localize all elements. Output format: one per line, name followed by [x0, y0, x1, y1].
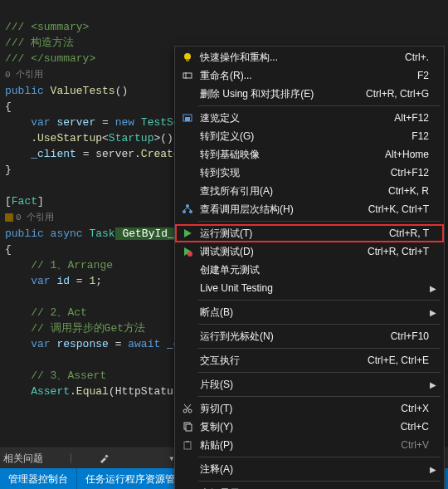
menu-item-shortcut: Ctrl+R, Ctrl+G	[366, 88, 429, 100]
menu-item-shortcut: Ctrl+K, Ctrl+T	[368, 203, 429, 215]
menu-item-label: 转到实现	[197, 166, 381, 180]
menu-item-label: 查看调用层次结构(H)	[197, 203, 358, 217]
menu-item[interactable]: Live Unit Testing▶	[175, 279, 444, 297]
menu-separator	[198, 324, 441, 325]
blank-line	[5, 354, 12, 366]
menu-item-label: Live Unit Testing	[197, 282, 429, 294]
menu-item-shortcut: Ctrl+.	[405, 51, 429, 63]
menu-item-label: 复制(Y)	[197, 420, 391, 434]
menu-item[interactable]: 查找所有引用(A)Ctrl+K, R	[175, 182, 444, 200]
code-line: var server = new TestServ	[5, 116, 192, 129]
paste-icon	[178, 439, 197, 451]
code-line: var response = await _cl	[5, 338, 186, 350]
menu-item[interactable]: 运行测试(T)Ctrl+R, T	[175, 224, 444, 242]
brush-icon[interactable]	[99, 452, 110, 464]
code-line: // 3、Assert	[5, 369, 106, 382]
menu-item[interactable]: 调试测试(D)Ctrl+R, Ctrl+T	[175, 242, 444, 261]
menu-item-label: 大纲显示(L)	[197, 487, 429, 490]
tab-console[interactable]: 管理器控制台	[0, 468, 77, 489]
hierarchy-icon	[178, 203, 197, 215]
menu-item-shortcut: Ctrl+K, R	[388, 185, 429, 197]
reference-count[interactable]: 0 个引用	[5, 70, 43, 80]
menu-item[interactable]: 重命名(R)...F2	[175, 66, 444, 85]
menu-item[interactable]: 复制(Y)Ctrl+C	[175, 418, 444, 436]
menu-separator	[198, 481, 441, 482]
menu-item[interactable]: 粘贴(P)Ctrl+V	[175, 436, 444, 454]
menu-item[interactable]: 创建单元测试	[175, 261, 444, 279]
code-line: {	[5, 100, 12, 113]
menu-item-shortcut: Ctrl+F12	[391, 167, 429, 178]
menu-item[interactable]: 转到实现Ctrl+F12	[175, 164, 444, 182]
menu-item-shortcut: Ctrl+V	[401, 439, 429, 451]
menu-item-shortcut: Ctrl+C	[401, 421, 429, 433]
debug-icon	[178, 246, 197, 257]
menu-item-label: 运行测试(T)	[197, 227, 379, 241]
peek-icon	[178, 112, 197, 124]
menu-item[interactable]: 剪切(T)Ctrl+X	[175, 399, 444, 418]
menu-item-label: 断点(B)	[197, 306, 429, 320]
code-line: public ValueTests()	[5, 85, 128, 97]
menu-item[interactable]: 快速操作和重构...Ctrl+.	[175, 48, 444, 66]
menu-item[interactable]: 运行到光标处(N)Ctrl+F10	[175, 327, 444, 345]
menu-separator	[198, 396, 441, 397]
code-line: .UseStartup<Startup>());	[5, 132, 186, 144]
menu-item-label: 注释(A)	[197, 462, 429, 477]
menu-item-label: 转到基础映像	[197, 148, 375, 162]
svg-rect-6	[185, 117, 190, 121]
codelens-flag-icon	[5, 213, 13, 222]
menu-item[interactable]: 转到定义(G)F12	[175, 127, 444, 145]
menu-separator	[198, 348, 441, 349]
panel-title[interactable]: 相关问题	[3, 452, 43, 466]
code-line: {	[5, 243, 12, 256]
context-menu: 快速操作和重构...Ctrl+.重命名(R)...F2删除 Using 和对其排…	[174, 46, 445, 489]
blank-line	[5, 291, 12, 303]
menu-item[interactable]: 断点(B)▶	[175, 303, 444, 321]
menu-item[interactable]: 片段(S)▶	[175, 375, 444, 394]
reference-count[interactable]: 0 个引用	[5, 211, 54, 223]
svg-rect-18	[186, 441, 189, 443]
menu-item[interactable]: 注释(A)▶	[175, 460, 444, 478]
menu-item-label: 交互执行	[197, 354, 358, 368]
menu-item-label: 查找所有引用(A)	[197, 184, 378, 198]
menu-item-label: 重命名(R)...	[197, 69, 407, 83]
menu-item-shortcut: Ctrl+F10	[391, 330, 429, 342]
menu-item-label: 转到定义(G)	[197, 130, 402, 144]
submenu-arrow-icon: ▶	[429, 284, 437, 293]
menu-item-shortcut: Alt+F12	[394, 112, 429, 124]
menu-item[interactable]: 速览定义Alt+F12	[175, 109, 444, 127]
menu-item-label: 创建单元测试	[197, 263, 429, 277]
code-line: Assert.Equal(HttpStatusCo	[5, 385, 192, 398]
submenu-arrow-icon: ▶	[429, 380, 437, 389]
menu-item[interactable]: 查看调用层次结构(H)Ctrl+K, Ctrl+T	[175, 200, 444, 218]
menu-item-label: 快速操作和重构...	[197, 51, 395, 65]
menu-item[interactable]: 删除 Using 和对其排序(E)Ctrl+R, Ctrl+G	[175, 85, 444, 103]
menu-item-shortcut: Ctrl+R, Ctrl+T	[368, 246, 429, 257]
menu-item-shortcut: Ctrl+R, T	[389, 227, 429, 239]
code-line: // 调用异步的Get方法	[5, 322, 145, 335]
svg-rect-0	[105, 454, 109, 457]
svg-point-9	[189, 210, 192, 213]
submenu-arrow-icon: ▶	[429, 465, 437, 474]
bulb-icon	[178, 51, 197, 63]
menu-item-shortcut: F12	[411, 130, 429, 142]
menu-item[interactable]: 大纲显示(L)▶	[175, 484, 444, 489]
code-line: /// </summary>	[5, 52, 95, 65]
menu-item-label: 剪切(T)	[197, 402, 391, 416]
code-line: [Fact]	[5, 195, 44, 208]
code-line: // 2、Act	[5, 306, 87, 319]
menu-item[interactable]: 交互执行Ctrl+E, Ctrl+E	[175, 351, 444, 369]
menu-item-shortcut: F2	[417, 70, 429, 81]
code-line: /// 构造方法	[5, 37, 74, 49]
code-line: // 1、Arrange	[5, 259, 113, 271]
svg-point-12	[187, 252, 192, 257]
cut-icon	[178, 403, 197, 414]
menu-item-shortcut: Ctrl+E, Ctrl+E	[368, 355, 429, 366]
menu-separator	[198, 457, 441, 457]
menu-item[interactable]: 转到基础映像Alt+Home	[175, 145, 444, 164]
code-line: public async Task GetById_Sho	[5, 227, 194, 240]
menu-separator	[198, 105, 441, 106]
menu-item-label: 片段(S)	[197, 378, 429, 392]
code-line: _client = server.CreateCl	[5, 148, 192, 160]
svg-point-7	[186, 204, 189, 208]
submenu-arrow-icon: ▶	[429, 308, 437, 317]
